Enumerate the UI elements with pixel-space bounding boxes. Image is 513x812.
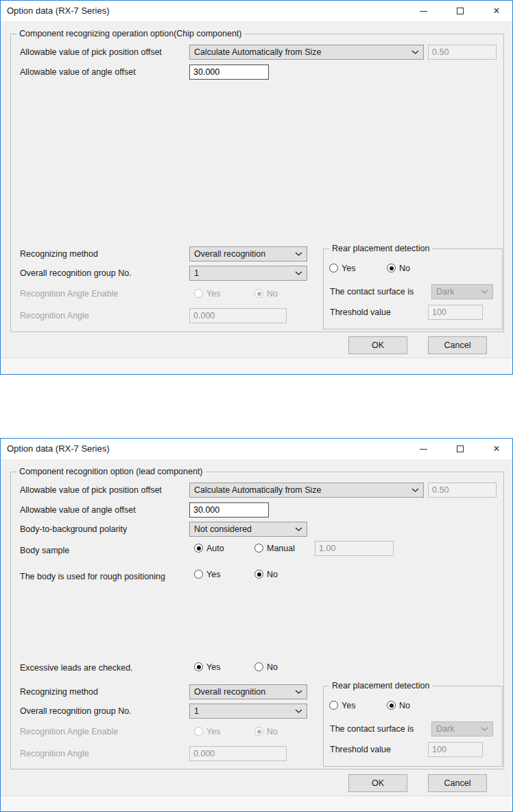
- chevron-down-icon: [295, 709, 302, 714]
- excessive-leads-no-radio[interactable]: [254, 662, 263, 671]
- close-icon: ×: [493, 443, 499, 454]
- body-sample-auto-radio[interactable]: [194, 544, 203, 553]
- pick-position-offset-select[interactable]: Calculate Automatically from Size: [189, 45, 424, 60]
- title-bar[interactable]: Option data (RX-7 Series) ×: [1, 1, 512, 21]
- no-label: No: [399, 701, 410, 711]
- no-label: No: [267, 289, 278, 299]
- body-sample-manual-radio[interactable]: [254, 544, 263, 553]
- window-title: Option data (RX-7 Series): [7, 443, 110, 454]
- footer-band: [1, 796, 512, 811]
- minimize-button[interactable]: [407, 439, 439, 459]
- recognition-angle-label: Recognition Angle: [20, 749, 89, 759]
- chevron-down-icon: [411, 50, 419, 55]
- threshold-value-input: [428, 305, 483, 320]
- polarity-label: Body-to-background polarity: [20, 524, 127, 535]
- overall-recognition-group-select[interactable]: 1: [189, 704, 307, 719]
- manual-label: Manual: [267, 544, 295, 554]
- pick-position-offset-select[interactable]: Calculate Automatically from Size: [189, 483, 424, 498]
- rear-detection-yes-radio[interactable]: [329, 264, 338, 272]
- polarity-select[interactable]: Not considered: [189, 522, 307, 537]
- threshold-value-input: [428, 742, 483, 757]
- angle-offset-input[interactable]: [189, 502, 269, 518]
- close-button[interactable]: ×: [481, 439, 512, 459]
- yes-label: Yes: [206, 289, 220, 299]
- no-label: No: [267, 570, 278, 580]
- window-title: Option data (RX-7 Series): [7, 5, 110, 16]
- angle-offset-label: Allowable value of angle offset: [20, 505, 136, 515]
- group-title: Component recognizing operation option(C…: [16, 29, 245, 39]
- ok-button[interactable]: OK: [348, 336, 407, 354]
- group-title: Component recognition option (lead compo…: [16, 467, 206, 477]
- angle-offset-input[interactable]: [189, 65, 269, 80]
- recognizing-method-label: Recognizing method: [20, 687, 98, 697]
- selected-value: Overall recognition: [194, 687, 265, 697]
- chevron-down-icon: [295, 527, 302, 532]
- recognition-angle-enable-yes-radio: [194, 727, 203, 736]
- group-title: Rear placement detection: [329, 244, 432, 254]
- option-data-dialog-chip: Option data (RX-7 Series) × Component re…: [0, 0, 513, 375]
- chevron-down-icon: [481, 290, 488, 294]
- selected-value: Calculate Automatically from Size: [194, 485, 322, 495]
- contact-surface-select: Dark: [431, 721, 493, 736]
- rear-detection-yes-radio[interactable]: [329, 701, 338, 710]
- no-label: No: [267, 662, 278, 673]
- body-sample-label: Body sample: [20, 546, 69, 556]
- selected-value: 1: [194, 706, 199, 716]
- pick-offset-tolerance-input: [428, 483, 497, 498]
- contact-surface-label: The contact surface is: [330, 724, 414, 734]
- overall-recognition-group-label: Overall recognition group No.: [20, 706, 132, 717]
- no-label: No: [267, 727, 278, 737]
- contact-surface-label: The contact surface is: [330, 287, 414, 297]
- overall-recognition-group-label: Overall recognition group No.: [20, 268, 132, 279]
- yes-label: Yes: [206, 727, 220, 737]
- maximize-button[interactable]: [444, 439, 476, 459]
- recognition-angle-label: Recognition Angle: [20, 311, 89, 321]
- selected-value: Dark: [436, 287, 454, 297]
- selected-value: 1: [194, 268, 199, 278]
- recognition-angle-enable-label: Recognition Angle Enable: [20, 289, 118, 299]
- group-title: Rear placement detection: [329, 681, 432, 691]
- excessive-leads-yes-radio[interactable]: [194, 662, 203, 671]
- rear-detection-no-radio[interactable]: [387, 701, 396, 710]
- selected-value: Dark: [436, 724, 454, 734]
- chevron-down-icon: [411, 488, 419, 493]
- maximize-icon: [457, 445, 464, 452]
- maximize-button[interactable]: [444, 1, 476, 21]
- option-data-dialog-lead: Option data (RX-7 Series) × Component re…: [0, 438, 513, 812]
- recognition-angle-enable-label: Recognition Angle Enable: [20, 727, 118, 737]
- recognizing-method-select[interactable]: Overall recognition: [189, 246, 307, 262]
- minimize-icon: [420, 449, 427, 450]
- yes-label: Yes: [342, 701, 355, 711]
- pick-offset-tolerance-input: [428, 45, 497, 60]
- cancel-button[interactable]: Cancel: [428, 774, 487, 792]
- yes-label: Yes: [206, 662, 220, 673]
- minimize-icon: [420, 11, 427, 12]
- title-bar[interactable]: Option data (RX-7 Series) ×: [1, 439, 512, 459]
- recognition-angle-input: [189, 746, 287, 761]
- no-label: No: [399, 264, 410, 274]
- rough-positioning-yes-radio[interactable]: [194, 570, 203, 579]
- ok-button[interactable]: OK: [348, 774, 407, 792]
- recognition-angle-enable-no-radio: [254, 289, 263, 298]
- recognition-angle-input: [189, 308, 287, 323]
- selected-value: Calculate Automatically from Size: [194, 47, 322, 57]
- recognition-angle-enable-yes-radio: [194, 289, 203, 298]
- desktop: Option data (RX-7 Series) × Component re…: [0, 0, 513, 812]
- recognition-angle-enable-no-radio: [254, 727, 263, 736]
- selected-value: Overall recognition: [194, 249, 265, 259]
- pick-position-offset-label: Allowable value of pick position offset: [20, 47, 162, 58]
- footer-band: [1, 358, 512, 374]
- yes-label: Yes: [342, 264, 355, 274]
- cancel-button[interactable]: Cancel: [428, 336, 487, 354]
- minimize-button[interactable]: [407, 1, 439, 21]
- chevron-down-icon: [295, 271, 302, 276]
- close-button[interactable]: ×: [481, 1, 512, 21]
- recognizing-method-select[interactable]: Overall recognition: [189, 684, 307, 699]
- overall-recognition-group-select[interactable]: 1: [189, 266, 307, 281]
- threshold-value-label: Threshold value: [330, 308, 391, 318]
- body-sample-value-input: [315, 541, 394, 556]
- rough-positioning-label: The body is used for rough positioning: [20, 572, 165, 582]
- rough-positioning-no-radio[interactable]: [254, 570, 263, 579]
- contact-surface-select: Dark: [431, 284, 493, 299]
- rear-detection-no-radio[interactable]: [387, 264, 396, 272]
